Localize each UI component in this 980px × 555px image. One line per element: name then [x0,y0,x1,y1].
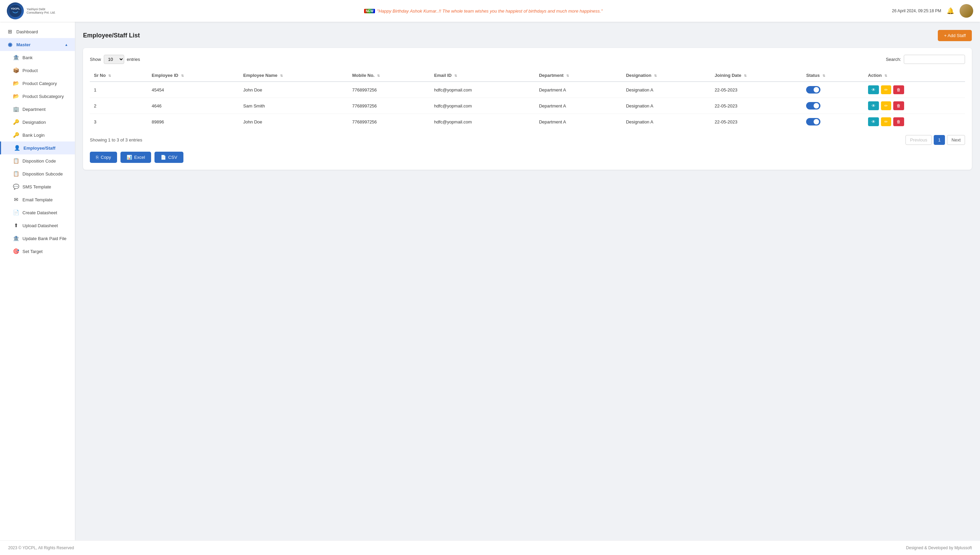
page-1-button[interactable]: 1 [934,135,945,145]
cell-mobile-0: 7768997256 [348,82,430,98]
cell-email-1: hdfc@yopmail.com [430,98,535,114]
sidebar-label-department: Department [22,107,46,112]
sidebar-item-disposition-code[interactable]: 📋 Disposition Code [0,154,75,167]
copy-label: Copy [101,155,111,160]
cell-sr-0: 1 [90,82,148,98]
search-area: Search: [886,55,965,64]
logo-area: YDCPL Yashiyoi Debt Consultancy Pvt. Ltd… [7,2,75,19]
cell-name-1: Sam Smith [239,98,348,114]
cell-dept-1: Department A [535,98,622,114]
sidebar-label-product-subcategory: Product Subcategory [22,94,64,99]
table-row: 1 45454 John Doe 7768997256 hdfc@yopmail… [90,82,965,98]
cell-action-2: 👁 ✏ 🗑 [864,114,965,130]
sidebar-item-disposition-subcode[interactable]: 📋 Disposition Subcode [0,167,75,180]
col-designation: Designation ⇅ [622,69,711,82]
user-avatar[interactable] [959,4,973,18]
sidebar-label-employee-staff: Employee/Staff [24,146,55,151]
sidebar-item-master[interactable]: ◉ Master ▲ [0,38,75,51]
sidebar-item-create-datasheet[interactable]: 📄 Create Datasheet [0,206,75,219]
employee-icon: 👤 [14,145,20,151]
col-joining-date: Joining Date ⇅ [710,69,802,82]
entries-select[interactable]: 10 25 50 100 [104,55,124,64]
bell-icon[interactable]: 🔔 [947,7,954,14]
edit-button-1[interactable]: ✏ [881,101,891,110]
sidebar-item-email-template[interactable]: ✉ Email Template [0,193,75,206]
cell-joining-2: 22-05-2023 [710,114,802,130]
sidebar-item-set-target[interactable]: 🎯 Set Target [0,245,75,258]
sidebar-item-department[interactable]: 🏢 Department [0,103,75,115]
sidebar-item-bank[interactable]: 🏦 Bank [0,51,75,64]
view-button-2[interactable]: 👁 [868,117,879,126]
csv-button[interactable]: 📄 CSV [154,152,183,163]
status-toggle-1[interactable] [806,102,820,109]
action-buttons-2: 👁 ✏ 🗑 [868,117,961,126]
add-staff-button[interactable]: + Add Staff [938,30,972,41]
table-container: Show 10 25 50 100 entries Search: [83,48,972,170]
logo-icon: YDCPL [7,2,24,19]
marquee-area: NEW "Happy Birthday Ashok Kumar..!! The … [75,8,892,14]
edit-button-0[interactable]: ✏ [881,85,891,94]
cell-action-0: 👁 ✏ 🗑 [864,82,965,98]
delete-button-1[interactable]: 🗑 [893,101,904,110]
status-toggle-2[interactable] [806,118,820,125]
sms-template-icon: 💬 [13,184,19,190]
sort-icon-desig: ⇅ [654,74,657,77]
cell-sr-2: 3 [90,114,148,130]
excel-label: Excel [134,155,145,160]
table-row: 2 4646 Sam Smith 7768997256 hdfc@yopmail… [90,98,965,114]
copy-button[interactable]: ⎘ Copy [90,152,117,163]
search-input[interactable] [904,55,965,64]
status-toggle-0[interactable] [806,86,820,93]
datetime-display: 26 April 2024, 09:25:18 PM [892,8,941,13]
delete-button-2[interactable]: 🗑 [893,117,904,126]
sort-icon-joining: ⇅ [744,74,747,77]
sidebar-item-employee-staff[interactable]: 👤 Employee/Staff [0,141,75,154]
sidebar-item-bank-login[interactable]: 🔑 Bank Login [0,128,75,141]
previous-button[interactable]: Previous [906,135,932,145]
footer-right: Designed & Developed by Mplussoft [906,545,972,550]
next-button[interactable]: Next [947,135,965,145]
cell-empid-2: 89896 [148,114,239,130]
sidebar-item-product[interactable]: 📦 Product [0,64,75,77]
sidebar-label-dashboard: Dashboard [16,29,38,34]
cell-status-2 [802,114,864,130]
sidebar-item-product-subcategory[interactable]: 📂 Product Subcategory [0,90,75,103]
col-email: Email ID ⇅ [430,69,535,82]
cell-status-1 [802,98,864,114]
sidebar-label-product: Product [22,68,38,73]
svg-text:YDCPL: YDCPL [11,7,20,10]
sort-icon-action: ⇅ [884,74,887,77]
cell-desig-1: Designation A [622,98,711,114]
cell-joining-0: 22-05-2023 [710,82,802,98]
table-body: 1 45454 John Doe 7768997256 hdfc@yopmail… [90,82,965,130]
col-status: Status ⇅ [802,69,864,82]
dashboard-icon: ⊞ [7,29,13,35]
marquee-message: "Happy Birthday Ashok Kumar..!! The whol… [377,8,602,14]
col-employee-name: Employee Name ⇅ [239,69,348,82]
showing-text: Showing 1 to 3 of 3 entries [90,137,142,143]
cell-dept-2: Department A [535,114,622,130]
sidebar-item-upload-datasheet[interactable]: ⬆ Upload Datasheet [0,219,75,232]
view-button-1[interactable]: 👁 [868,101,879,110]
view-button-0[interactable]: 👁 [868,85,879,94]
svg-point-0 [9,5,22,18]
sidebar-item-designation[interactable]: 🔑 Designation [0,115,75,128]
edit-button-2[interactable]: ✏ [881,117,891,126]
marquee-new-badge: NEW [364,9,374,13]
main-content: Employee/Staff List + Add Staff Show 10 … [75,22,980,541]
sidebar-label-update-bank-paid: Update Bank Paid File [22,236,66,241]
cell-joining-1: 22-05-2023 [710,98,802,114]
excel-button[interactable]: 📊 Excel [120,152,151,163]
sort-icon-dept: ⇅ [566,74,569,77]
sidebar-item-product-category[interactable]: 📂 Product Category [0,77,75,90]
bank-icon: 🏦 [13,55,19,61]
delete-button-0[interactable]: 🗑 [893,85,904,94]
product-icon: 📦 [13,67,19,74]
update-bank-paid-icon: 🏦 [13,235,19,241]
sidebar-item-update-bank-paid[interactable]: 🏦 Update Bank Paid File [0,232,75,245]
sidebar-item-dashboard[interactable]: ⊞ Dashboard [0,25,75,38]
cell-mobile-1: 7768997256 [348,98,430,114]
sidebar-item-sms-template[interactable]: 💬 SMS Template [0,180,75,193]
cell-mobile-2: 7768997256 [348,114,430,130]
sidebar-label-email-template: Email Template [22,197,53,202]
